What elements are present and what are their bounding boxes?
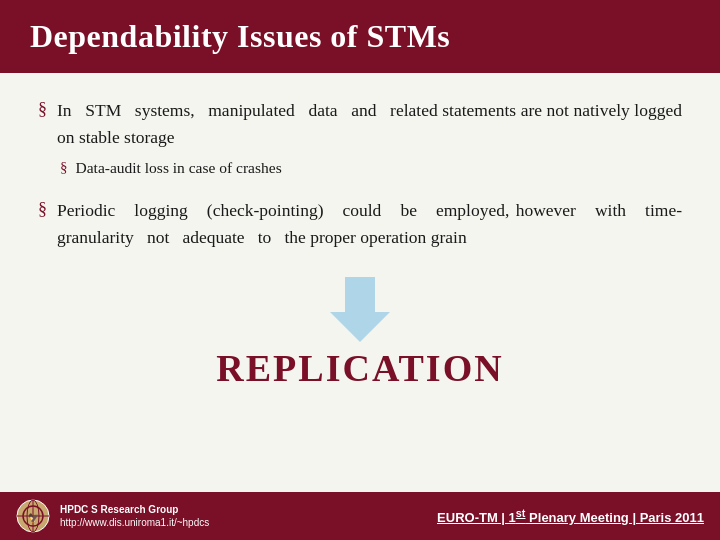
footer-conference: EURO-TM | 1st Plenary Meeting | Paris 20… bbox=[437, 507, 704, 525]
footer-text-block: HPDC S Research Group http://www.dis.uni… bbox=[60, 503, 209, 529]
sub-bullet-symbol-1: § bbox=[60, 159, 68, 176]
svg-text:🦅: 🦅 bbox=[28, 512, 40, 524]
slide-content: § In STM systems, manipulated data and r… bbox=[0, 73, 720, 492]
slide-footer: 🦅 HPDC S Research Group http://www.dis.u… bbox=[0, 492, 720, 540]
bullet-symbol-2: § bbox=[38, 199, 47, 220]
bullet-symbol-1: § bbox=[38, 99, 47, 120]
footer-conference-text: EURO-TM | 1st Plenary Meeting | Paris 20… bbox=[437, 510, 704, 525]
slide: Dependability Issues of STMs § In STM sy… bbox=[0, 0, 720, 540]
footer-url: http://www.dis.uniroma1.it/~hpdcs bbox=[60, 516, 209, 529]
sub-bullet-text-1: Data-audit loss in case of crashes bbox=[76, 157, 282, 179]
svg-marker-0 bbox=[330, 277, 390, 342]
slide-title: Dependability Issues of STMs bbox=[30, 18, 450, 55]
slide-header: Dependability Issues of STMs bbox=[0, 0, 720, 73]
bullet-item-2: § Periodic logging (check-pointing) coul… bbox=[38, 197, 682, 251]
footer-org: HPDC S Research Group bbox=[60, 503, 209, 516]
down-arrow-icon bbox=[325, 277, 395, 342]
bullet-text-2: Periodic logging (check-pointing) could … bbox=[57, 197, 682, 251]
bullet-item-1: § In STM systems, manipulated data and r… bbox=[38, 97, 682, 151]
arrow-container bbox=[38, 277, 682, 342]
bullet-section-1: § In STM systems, manipulated data and r… bbox=[38, 97, 682, 179]
bullet-text-1: In STM systems, manipulated data and rel… bbox=[57, 97, 682, 151]
footer-logo-icon: 🦅 bbox=[16, 499, 50, 533]
sub-bullet-1: § Data-audit loss in case of crashes bbox=[60, 157, 682, 179]
replication-label: REPLICATION bbox=[38, 346, 682, 390]
footer-left: 🦅 HPDC S Research Group http://www.dis.u… bbox=[16, 499, 209, 533]
bullet-section-2: § Periodic logging (check-pointing) coul… bbox=[38, 197, 682, 257]
